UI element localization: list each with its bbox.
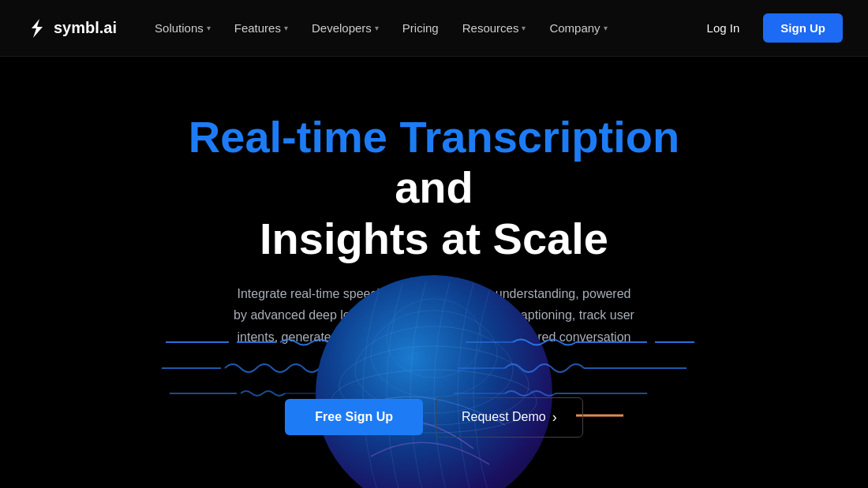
svg-marker-0 xyxy=(32,19,43,38)
logo[interactable]: symbl.ai xyxy=(25,17,117,39)
chevron-down-icon: ▾ xyxy=(375,24,379,32)
arrow-icon: › xyxy=(552,409,557,426)
logo-text: symbl.ai xyxy=(54,19,117,37)
nav-right: Log In Sign Up xyxy=(693,13,843,43)
nav-item-developers[interactable]: Developers ▾ xyxy=(302,17,388,39)
chevron-down-icon: ▾ xyxy=(604,24,608,32)
nav-item-resources[interactable]: Resources ▾ xyxy=(453,17,536,39)
hero-section: Real-time Transcription and Insights at … xyxy=(0,57,868,488)
chevron-down-icon: ▾ xyxy=(207,24,211,32)
chevron-down-icon: ▾ xyxy=(284,24,288,32)
logo-icon xyxy=(25,17,47,39)
nav-item-pricing[interactable]: Pricing xyxy=(393,17,448,39)
nav-item-solutions[interactable]: Solutions ▾ xyxy=(145,17,220,39)
login-button[interactable]: Log In xyxy=(693,15,754,41)
navbar: symbl.ai Solutions ▾ Features ▾ Develope… xyxy=(0,0,868,57)
hero-heading: Real-time Transcription and Insights at … xyxy=(158,112,710,264)
hero-buttons: Free Sign Up Request Demo › xyxy=(285,397,582,438)
visualization xyxy=(158,244,710,488)
request-demo-button[interactable]: Request Demo › xyxy=(436,397,583,438)
free-signup-button[interactable]: Free Sign Up xyxy=(285,399,423,435)
nav-links: Solutions ▾ Features ▾ Developers ▾ Pric… xyxy=(145,17,693,39)
nav-item-company[interactable]: Company ▾ xyxy=(540,17,616,39)
signup-button[interactable]: Sign Up xyxy=(763,13,843,43)
chevron-down-icon: ▾ xyxy=(522,24,526,32)
nav-item-features[interactable]: Features ▾ xyxy=(225,17,297,39)
